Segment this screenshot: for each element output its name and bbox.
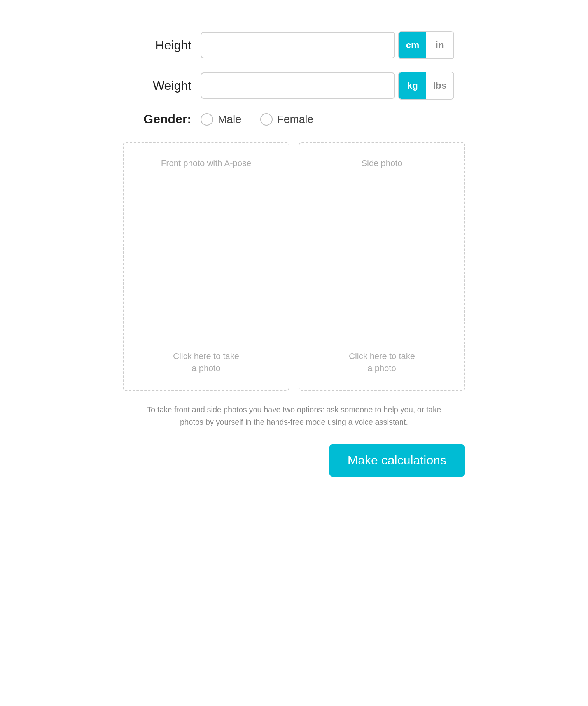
gender-row: Gender: Male Female	[123, 112, 465, 126]
side-photo-title: Side photo	[361, 158, 402, 168]
weight-unit-toggle: kg lbs	[398, 72, 454, 100]
male-label: Male	[218, 113, 242, 126]
info-text: To take front and side photos you have t…	[123, 403, 465, 428]
gender-male-option[interactable]: Male	[201, 113, 242, 126]
main-container: Height cm in Weight kg lbs Gender: Male …	[100, 16, 488, 492]
height-cm-button[interactable]: cm	[399, 32, 426, 58]
front-photo-title: Front photo with A-pose	[161, 158, 251, 168]
weight-input[interactable]	[201, 72, 395, 99]
height-unit-toggle: cm in	[398, 31, 454, 59]
bottom-row: Make calculations	[123, 444, 465, 477]
weight-lbs-button[interactable]: lbs	[426, 72, 453, 99]
weight-row: Weight kg lbs	[123, 72, 465, 100]
side-photo-click-text: Click here to takea photo	[349, 350, 415, 375]
gender-label: Gender:	[123, 112, 201, 126]
female-radio[interactable]	[260, 113, 273, 126]
front-photo-box[interactable]: Front photo with A-pose Click here to ta…	[123, 142, 289, 391]
male-radio[interactable]	[201, 113, 213, 126]
gender-options: Male Female	[201, 113, 313, 126]
female-label: Female	[277, 113, 313, 126]
height-row: Height cm in	[123, 31, 465, 59]
height-input[interactable]	[201, 32, 395, 58]
front-photo-click-text: Click here to takea photo	[173, 350, 239, 375]
side-photo-box[interactable]: Side photo Click here to takea photo	[299, 142, 465, 391]
gender-female-option[interactable]: Female	[260, 113, 313, 126]
photos-section: Front photo with A-pose Click here to ta…	[123, 142, 465, 391]
height-in-button[interactable]: in	[426, 32, 453, 58]
make-calculations-button[interactable]: Make calculations	[329, 444, 465, 477]
weight-kg-button[interactable]: kg	[399, 72, 426, 99]
weight-label: Weight	[123, 79, 201, 93]
height-label: Height	[123, 38, 201, 53]
